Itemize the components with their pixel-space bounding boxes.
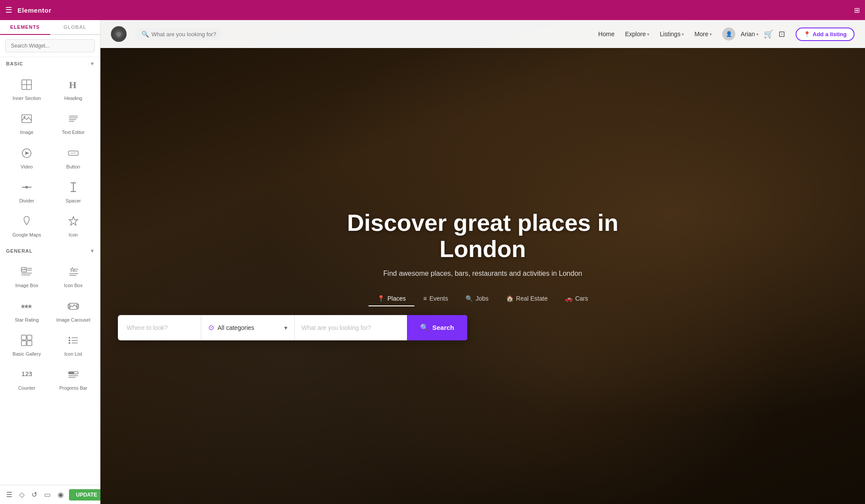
real-estate-icon: 🏠 <box>506 295 513 302</box>
general-widget-grid: Image Box Icon Box <box>0 257 100 398</box>
svg-rect-50 <box>69 372 74 374</box>
widget-progress-bar-label: Progress Bar <box>59 385 87 391</box>
svg-marker-11 <box>25 151 29 155</box>
bottom-bar: ☰ ◇ ↺ ▭ ◉ UPDATE ▾ <box>0 485 100 504</box>
widget-image-carousel[interactable]: Image Carousel <box>50 294 97 328</box>
icon-list-icon <box>67 334 79 348</box>
hero-search-button[interactable]: 🔍 Search <box>407 315 467 340</box>
svg-point-5 <box>24 116 25 118</box>
icon-box-icon <box>67 266 79 280</box>
widget-image-carousel-label: Image Carousel <box>56 317 90 323</box>
hero-search-box: Where to look? ⊙ All categories ▾ What a… <box>118 315 467 340</box>
search-input[interactable] <box>5 39 95 52</box>
avatar[interactable]: 👤 <box>722 27 735 41</box>
eye-icon[interactable]: ◉ <box>56 489 65 501</box>
widget-google-maps[interactable]: Google Maps <box>3 209 50 243</box>
image-carousel-icon <box>67 300 79 314</box>
svg-text:123: 123 <box>21 370 32 377</box>
site-search-input[interactable] <box>152 31 217 38</box>
widget-icon[interactable]: Icon <box>50 209 97 243</box>
widget-star-rating[interactable]: Star Rating <box>3 294 50 328</box>
widget-progress-bar[interactable]: Progress Bar <box>50 362 97 396</box>
section-general-label: GENERAL <box>6 248 33 254</box>
hero-search-label: Search <box>432 324 454 331</box>
cart-icon[interactable]: 🛒 <box>764 29 773 39</box>
nav-more[interactable]: More ▾ <box>694 31 712 38</box>
hero-tab-jobs[interactable]: 🔍 Jobs <box>457 291 497 306</box>
widget-basic-gallery[interactable]: Basic Gallery <box>3 328 50 362</box>
basic-gallery-icon <box>21 334 33 348</box>
hero-content: Discover great places inLondon Find awes… <box>100 210 865 340</box>
nav-home[interactable]: Home <box>598 31 614 38</box>
widget-image[interactable]: Image <box>3 106 50 140</box>
widget-star-rating-label: Star Rating <box>15 317 39 323</box>
update-button[interactable]: UPDATE <box>69 489 104 501</box>
svg-marker-20 <box>69 216 78 225</box>
widget-icon-box[interactable]: Icon Box <box>50 259 97 293</box>
site-nav: Home Explore ▾ Listings ▾ More ▾ 👤 Arian… <box>598 27 855 41</box>
hero-tab-real-estate-label: Real Estate <box>516 295 548 302</box>
tab-global[interactable]: GLOBAL <box>50 20 100 34</box>
widget-google-maps-label: Google Maps <box>13 232 41 238</box>
widget-inner-section-label: Inner Section <box>13 95 41 101</box>
site-search-bar[interactable]: 🔍 <box>135 28 223 40</box>
hero-tab-events[interactable]: ≡ Events <box>414 291 457 306</box>
widget-inner-section[interactable]: Inner Section <box>3 72 50 106</box>
hero: Discover great places inLondon Find awes… <box>100 20 865 504</box>
widget-button-label: Button <box>66 164 80 170</box>
site-logo <box>111 26 127 42</box>
hero-location-field[interactable]: Where to look? <box>118 315 201 340</box>
widget-image-box[interactable]: Image Box <box>3 259 50 293</box>
widget-icon-list[interactable]: Icon List <box>50 328 97 362</box>
svg-text:|: | <box>28 371 29 375</box>
hero-category-field[interactable]: ⊙ All categories ▾ <box>201 315 294 340</box>
widget-spacer[interactable]: Spacer <box>50 175 97 209</box>
main-layout: ELEMENTS GLOBAL BASIC ▾ Inner Section <box>0 20 865 504</box>
settings-icon[interactable]: ☰ <box>4 489 14 501</box>
nav-listings[interactable]: Listings ▾ <box>660 31 684 38</box>
hamburger-icon[interactable]: ☰ <box>5 5 12 15</box>
widget-divider[interactable]: Divider <box>3 175 50 209</box>
add-listing-button[interactable]: 📍 Add a listing <box>796 27 855 41</box>
section-basic-label: BASIC <box>6 61 23 66</box>
widget-counter[interactable]: 123| Counter <box>3 362 50 396</box>
video-icon <box>21 147 33 161</box>
hero-tab-jobs-label: Jobs <box>476 295 489 302</box>
hero-tab-cars[interactable]: 🚗 Cars <box>556 291 597 306</box>
hero-tab-places[interactable]: 📍 Places <box>369 291 414 306</box>
hero-keyword-field[interactable]: What are you looking for? <box>295 315 407 340</box>
svg-rect-38 <box>27 335 32 340</box>
section-general-header[interactable]: GENERAL ▾ <box>0 244 100 257</box>
add-listing-label: Add a listing <box>813 31 847 38</box>
category-label: All categories <box>217 324 254 331</box>
svg-marker-31 <box>21 304 25 309</box>
nav-explore[interactable]: Explore ▾ <box>625 31 649 38</box>
section-basic-header[interactable]: BASIC ▾ <box>0 57 100 70</box>
hero-tab-places-label: Places <box>387 295 406 302</box>
widget-button[interactable]: Button <box>50 141 97 175</box>
compare-icon[interactable]: ⊡ <box>779 29 785 39</box>
hero-tab-real-estate[interactable]: 🏠 Real Estate <box>497 291 556 306</box>
svg-rect-36 <box>77 304 79 309</box>
hero-tab-cars-label: Cars <box>575 295 588 302</box>
widget-heading-label: Heading <box>64 95 82 101</box>
svg-text:H: H <box>69 79 76 90</box>
widget-text-editor[interactable]: Text Editor <box>50 106 97 140</box>
image-box-icon <box>21 266 33 280</box>
tab-elements[interactable]: ELEMENTS <box>0 20 50 35</box>
history-icon[interactable]: ↺ <box>30 489 39 501</box>
grid-icon[interactable]: ⊞ <box>854 6 860 14</box>
nav-user-name[interactable]: Arian ▾ <box>741 31 758 38</box>
hero-title: Discover great places inLondon <box>118 210 848 262</box>
site-header: 🔍 Home Explore ▾ Listings ▾ More ▾ 👤 Ari… <box>100 20 865 48</box>
widget-video[interactable]: Video <box>3 141 50 175</box>
hero-tab-events-label: Events <box>429 295 448 302</box>
widget-spacer-label: Spacer <box>65 198 81 204</box>
responsive-icon[interactable]: ▭ <box>42 489 52 501</box>
places-icon: 📍 <box>377 295 385 302</box>
category-dot-icon: ⊙ <box>208 323 214 332</box>
theme-icon[interactable]: ◇ <box>17 489 26 501</box>
events-icon: ≡ <box>423 295 427 302</box>
plus-icon: 📍 <box>803 31 810 38</box>
widget-heading[interactable]: H Heading <box>50 72 97 106</box>
